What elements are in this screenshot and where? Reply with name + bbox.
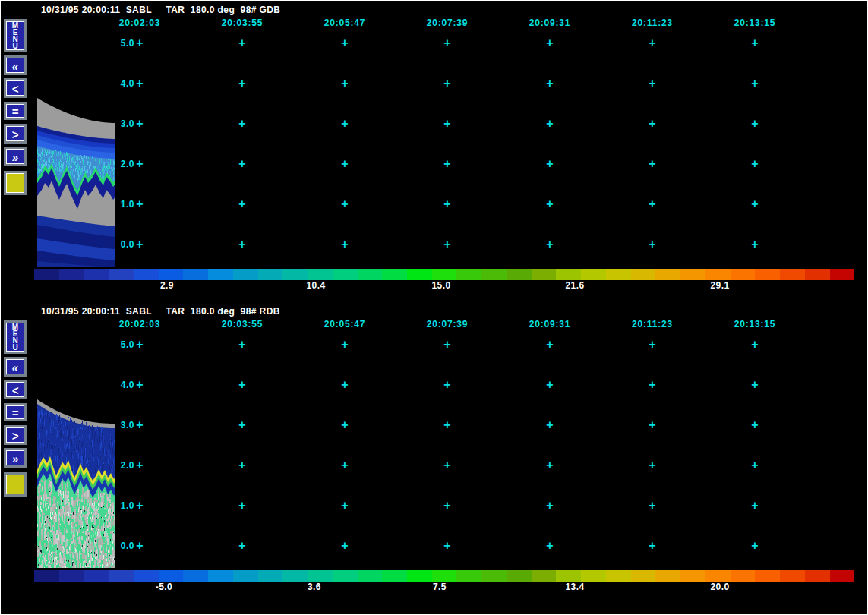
step-forward-button[interactable]: > [4,425,27,445]
grid-marker: + [443,158,451,170]
status-indicator-button[interactable] [4,171,27,195]
pause-icon: = [12,104,19,117]
grid-marker: + [341,198,349,210]
grid-marker: + [443,238,451,251]
colorbar-cell [432,570,457,582]
colorbar-scale-label: 13.4 [551,582,599,592]
grid-marker: + [238,198,246,210]
colorbar-scale-label: -5.0 [140,582,188,592]
colorbar-cell [532,570,557,582]
grid-marker: + [341,459,349,472]
grid-marker: + [751,77,759,90]
pause-button[interactable]: = [4,403,27,421]
grid-marker: + [238,500,246,512]
grid-marker: + [238,118,246,130]
grid-marker: + [546,118,554,130]
colorbar [34,269,854,280]
grid-marker: + [443,118,451,130]
colorbar-scale-label: 10.4 [292,280,340,291]
colorbar-cell [34,570,59,582]
page-first-button[interactable]: « [4,55,27,75]
colorbar-cell [183,570,208,582]
grid-marker: + [546,379,554,391]
colorbar-cell [631,570,656,582]
menu-button[interactable]: MENU [4,320,27,354]
grid-marker: + [136,459,144,472]
grid-marker: + [136,37,144,49]
grid-marker: + [649,77,656,90]
colorbar [34,570,854,582]
grid-marker: + [546,500,554,512]
status-indicator-button[interactable] [4,472,27,497]
grid-marker: + [341,419,349,431]
step-back-button[interactable]: < [4,380,27,399]
grid-marker: + [136,419,144,431]
time-label: 20:11:23 [632,319,673,330]
colorbar-cell [84,269,109,280]
colorbar-cell [606,269,631,280]
colorbar-cell [581,570,606,582]
grid-marker: + [649,158,656,170]
time-label: 20:07:39 [427,17,468,28]
colorbar-scale-label: 15.0 [417,280,466,291]
time-label: 20:02:03 [119,319,160,330]
time-label: 20:05:47 [324,17,365,28]
menu-button[interactable]: MENU [4,19,27,52]
time-label: 20:02:03 [119,17,160,28]
grid-marker: + [546,419,554,431]
page-first-icon: « [12,58,18,71]
grid-marker: + [649,198,656,210]
grid-marker: + [751,379,759,391]
grid-marker: + [341,379,349,391]
page-first-button[interactable]: « [4,357,27,377]
grid-marker: + [238,77,246,90]
grid-marker: + [443,419,451,431]
pause-icon: = [12,405,19,418]
grid-marker: + [136,500,144,512]
colorbar-cell [830,570,855,582]
pause-button[interactable]: = [4,102,27,120]
grid-marker: + [751,158,759,170]
grid-marker: + [136,540,144,552]
grid-marker: + [546,77,554,90]
time-label: 20:07:39 [427,319,468,330]
step-back-button[interactable]: < [4,78,27,98]
grid-marker: + [546,198,554,210]
colorbar-cell [805,570,830,582]
grid-marker: + [136,379,144,391]
grid-marker: + [751,459,759,472]
colorbar-cell [109,570,134,582]
step-forward-button[interactable]: > [4,124,27,144]
page-last-button[interactable]: » [4,147,27,166]
grid-marker: + [751,238,759,251]
colorbar-cell [258,570,283,582]
step-back-icon: < [12,81,19,94]
time-label: 20:13:15 [734,17,775,28]
grid-marker: + [649,118,656,130]
altitude-label: 5.0 [106,339,134,350]
grid-marker: + [341,339,349,351]
grid-marker: + [751,37,759,49]
grid-marker: + [238,459,246,472]
colorbar-scale-label: 2.9 [143,280,191,291]
grid-marker: + [546,459,554,472]
grid-marker: + [649,459,656,472]
grid-marker: + [649,500,656,512]
colorbar-cell [84,570,109,582]
page-last-button[interactable]: » [4,448,27,468]
colorbar-cell [308,570,333,582]
grid-marker: + [136,198,144,210]
colorbar-cell [407,570,432,582]
colorbar-cell [34,269,59,280]
grid-marker: + [546,37,554,49]
colorbar-cell [183,269,208,280]
colorbar-cell [705,269,731,280]
colorbar-cell [333,570,358,582]
colorbar-cell [456,570,481,582]
colorbar-cell [382,570,407,582]
colorbar-cell [333,269,358,280]
grid-marker: + [238,540,246,552]
grid-marker: + [341,500,349,512]
grid-marker: + [341,238,349,251]
grid-marker: + [751,540,759,552]
